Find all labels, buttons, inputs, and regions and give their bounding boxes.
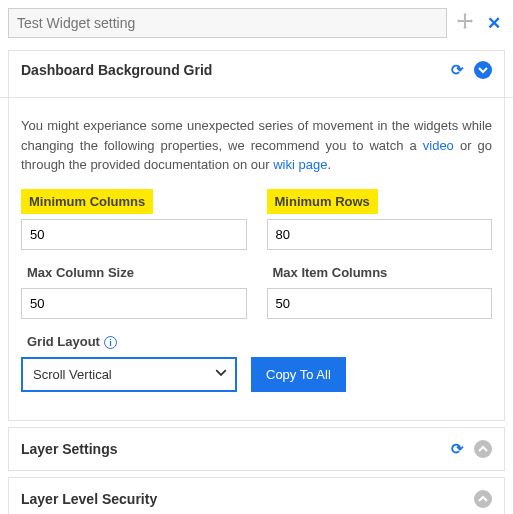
chevron-down-icon[interactable]: [474, 61, 492, 79]
min-rows-label: Minimum Rows: [267, 189, 378, 214]
max-item-cols-label: Max Item Columns: [267, 262, 394, 283]
layer-settings-header[interactable]: Layer Settings: [21, 441, 451, 457]
chevron-up-icon[interactable]: [474, 440, 492, 458]
max-item-cols-input[interactable]: [267, 288, 493, 319]
grid-layout-select[interactable]: Scroll Vertical: [21, 357, 237, 392]
min-rows-input[interactable]: [267, 219, 493, 250]
copy-to-all-button[interactable]: Copy To All: [251, 357, 346, 392]
help-text-suffix: .: [327, 157, 331, 172]
info-icon[interactable]: i: [104, 336, 117, 349]
close-icon[interactable]: ✕: [483, 13, 505, 34]
help-text: You might experiance some unexpected ser…: [21, 116, 492, 175]
refresh-icon[interactable]: ⟳: [451, 61, 464, 79]
min-columns-label: Minimum Columns: [21, 189, 153, 214]
layer-security-header[interactable]: Layer Level Security: [21, 491, 474, 507]
min-columns-input[interactable]: [21, 219, 247, 250]
chevron-up-icon[interactable]: [474, 490, 492, 508]
video-link[interactable]: video: [423, 138, 454, 153]
grid-layout-label-text: Grid Layout: [27, 334, 100, 349]
widget-title-input[interactable]: [8, 8, 447, 38]
move-icon[interactable]: [453, 13, 477, 33]
max-col-size-label: Max Column Size: [21, 262, 140, 283]
help-text-prefix: You might experiance some unexpected ser…: [21, 118, 492, 153]
section-title: Dashboard Background Grid: [21, 62, 451, 78]
wiki-link[interactable]: wiki page: [273, 157, 327, 172]
refresh-icon[interactable]: ⟳: [451, 440, 464, 458]
max-col-size-input[interactable]: [21, 288, 247, 319]
grid-layout-label: Grid Layouti: [21, 331, 123, 352]
